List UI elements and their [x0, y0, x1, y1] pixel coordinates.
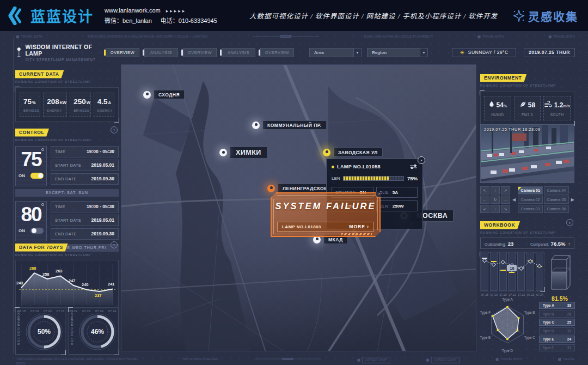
- decor-text: THE ROADS DIVERGED IN A YELLOW WOOD, AND…: [87, 34, 207, 39]
- bar-column-5[interactable]: [517, 252, 525, 291]
- collect-label: 灵感收集: [528, 8, 578, 24]
- map-label-заводская ул[interactable]: ЗАВОДСКАЯ УЛ: [323, 148, 383, 157]
- stat-unit: %: [32, 100, 36, 105]
- lamp-id: LAMP NO.L01058: [337, 164, 407, 169]
- lamp-detail-field: DLIU :5A: [376, 187, 418, 198]
- data-point-label: 268: [29, 266, 36, 271]
- type-row-type-e[interactable]: Type E24: [539, 336, 575, 343]
- sliders-icon[interactable]: [409, 164, 418, 169]
- panel-tag: DATA FOR 7DAYS: [15, 244, 68, 252]
- square-icon: [478, 35, 481, 38]
- map-label-text: ХИМКИ: [230, 147, 267, 159]
- area-select-value: Area: [314, 50, 324, 55]
- env-stat-top: 58: [514, 100, 541, 110]
- power-toggle[interactable]: [30, 173, 44, 179]
- tab-analysis-4[interactable]: ANALYSIS: [222, 48, 255, 57]
- schedule-row-time[interactable]: TIME19:00 - 05:30: [51, 146, 119, 157]
- radar-axis-label: Type B: [524, 310, 535, 314]
- schedule-row-end-date[interactable]: END DATE2019.09.30: [51, 228, 119, 240]
- add-schedule-button[interactable]: +: [111, 126, 118, 133]
- schedule-row-start-date[interactable]: START DATE2019.05.01: [51, 160, 119, 171]
- env-stat-top: 1.2m/s: [544, 100, 570, 110]
- power-toggle[interactable]: [30, 228, 44, 234]
- schedule-row-start-date[interactable]: START DATE2019.05.01: [51, 215, 119, 226]
- dpad-up-icon[interactable]: ↑: [491, 186, 500, 194]
- env-unit: m/s: [563, 104, 569, 108]
- camera-button-1[interactable]: Camera 01: [518, 186, 543, 194]
- dpad-right-icon[interactable]: →: [501, 196, 510, 204]
- camera-button-6[interactable]: Camera 06: [544, 205, 569, 213]
- map-label-коммунальный пр.[interactable]: КОММУНАЛЬНЫЙ ПР.: [252, 120, 327, 130]
- site-url[interactable]: www.lanlanwork.com: [105, 7, 161, 14]
- env-value: 58: [528, 101, 535, 109]
- tab-label: ANALYSIS: [228, 50, 249, 55]
- dpad-left-icon[interactable]: ←: [480, 196, 489, 204]
- bar-column-6[interactable]: [526, 252, 534, 291]
- environment-panel: ENVIRONMENT RUNNING CONDITION OF STREETL…: [480, 72, 574, 125]
- bar-column-3[interactable]: [499, 252, 507, 291]
- dpad-refresh-icon[interactable]: ↻: [491, 196, 500, 204]
- seven-day-line-chart: 243268258263247240237241: [15, 260, 119, 308]
- area-select[interactable]: Area ▼: [309, 48, 362, 57]
- panel-tag: ENVIRONMENT: [480, 74, 526, 82]
- camera-next-icon[interactable]: ▶: [571, 197, 574, 202]
- tab-analysis-2[interactable]: ANALYSIS: [144, 48, 178, 57]
- slider-handle: [283, 358, 293, 360]
- lanlan-logo[interactable]: 蓝蓝设计: [8, 5, 94, 26]
- tab-overview-1[interactable]: OVERVIEW: [106, 48, 139, 57]
- tab-overview-3[interactable]: OVERVIEW: [183, 48, 217, 57]
- camera-feed[interactable]: 2019.07.25 THUR 18:28:09: [480, 124, 574, 183]
- type-label: Type E: [543, 337, 554, 341]
- lamp-detail-field: OLIV :250W: [376, 200, 418, 211]
- camera-button-4[interactable]: Camera 04: [544, 186, 569, 194]
- camera-prev-icon[interactable]: ◀: [512, 197, 516, 202]
- current-stats-grid: 75%BRINESS208KWENERGY250WBRINESS4.5AENER…: [15, 87, 119, 122]
- bar-chart-x-axis: 07.1807.1907.2007.2107.2207.2307.24: [480, 293, 544, 296]
- type-row-type-b[interactable]: Type B28: [539, 311, 575, 318]
- schedule-row-end-date[interactable]: END DATE2019.09.30: [51, 173, 119, 185]
- dpad-down-right-icon[interactable]: ↘: [501, 205, 510, 213]
- chevron-right-icon[interactable]: ›: [566, 219, 573, 226]
- workbook-gauge: 81.5%: [548, 252, 572, 302]
- dpad-down-left-icon[interactable]: ↙: [480, 205, 489, 213]
- type-row-type-a[interactable]: Type A38: [539, 302, 575, 309]
- data-point-label: 240: [82, 282, 89, 287]
- city-map[interactable]: СХОДНЯКОММУНАЛЬНЫЙ ПР.ХИМКИЗАВОДСКАЯ УЛЛ…: [121, 64, 476, 351]
- bar-column-2[interactable]: [490, 252, 498, 291]
- field-label: DLIU :: [380, 191, 391, 194]
- map-label-сходня[interactable]: СХОДНЯ: [143, 90, 185, 99]
- panel-subtitle: RUNNING CONDITION OF STREETLAMP: [15, 138, 119, 142]
- stat-briness: 75%BRINESS: [20, 93, 40, 117]
- brightness-bar[interactable]: [343, 176, 404, 181]
- close-icon[interactable]: ×: [418, 156, 425, 164]
- tab-overview-5[interactable]: OVERVIEW: [260, 48, 294, 57]
- type-row-type-f[interactable]: Type F37: [539, 344, 575, 351]
- schedule-row-time[interactable]: TIME19:00 - 05:30: [51, 201, 119, 212]
- bar-column-1[interactable]: [481, 252, 488, 291]
- dpad-down-icon[interactable]: ↓: [491, 205, 500, 213]
- map-label-химки[interactable]: ХИМКИ: [219, 147, 267, 159]
- camera-button-2[interactable]: Camera 02: [518, 196, 543, 204]
- schedule-label: TIME: [55, 204, 65, 209]
- level-marker: [500, 270, 506, 271]
- region-select[interactable]: Region ▼: [367, 48, 428, 57]
- square-icon: [16, 35, 19, 38]
- tab-label: OVERVIEW: [188, 50, 212, 55]
- dpad-up-left-icon[interactable]: ↖: [480, 186, 489, 194]
- tab-tick-icon: [104, 50, 106, 56]
- camera-button-5[interactable]: Camera 05: [544, 196, 569, 204]
- inspiration-collect[interactable]: 灵感收集: [513, 8, 578, 24]
- bar-column-7[interactable]: [536, 252, 543, 291]
- expand-chart-button[interactable]: +: [111, 241, 118, 248]
- more-button[interactable]: MORE ›: [349, 224, 369, 229]
- lanlan-logo-icon: [8, 7, 26, 25]
- weather-text: SUNNDAY / 29°C: [468, 50, 509, 55]
- type-row-type-d[interactable]: Type D31: [539, 327, 575, 334]
- dpad-up-right-icon[interactable]: ↗: [501, 186, 510, 194]
- power-label: ON: [19, 173, 25, 178]
- camera-button-3[interactable]: Camera 03: [518, 205, 543, 213]
- gauge-side-label: COMPARISON FOR: [17, 311, 20, 345]
- prism-gauge: [548, 252, 572, 291]
- map-label-text: КОММУНАЛЬНЫЙ ПР.: [262, 120, 327, 130]
- type-row-type-c[interactable]: Type C25: [539, 319, 575, 326]
